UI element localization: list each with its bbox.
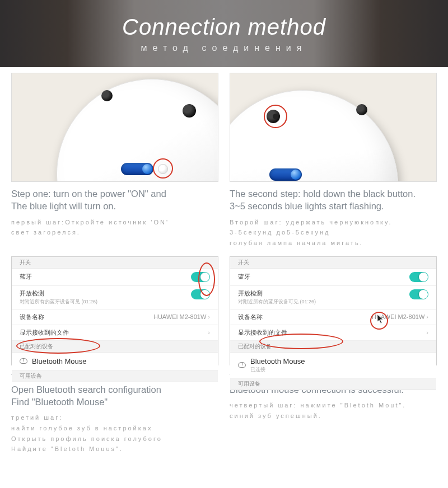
discoverable-row: 开放检测 对附近所有的蓝牙设备可见 (01:26) [230,286,436,309]
available-section-header: 可用设备 [230,378,436,390]
step2-caption-ru: Второй шаг: удержать чернуюкнопку. 3-5се… [230,217,437,248]
highlight-circle-icon [153,158,173,179]
bluetooth-label: 蓝牙 [238,273,250,281]
step1-photo [11,73,218,182]
mouse-icon [20,358,27,364]
step-2: The second step: hold down the black but… [230,73,437,248]
discoverable-sub: 对附近所有的蓝牙设备可见 (01:26) [238,298,316,306]
device-name-value: HUAWEI M2-801W [153,313,206,320]
highlight-circle-icon [370,312,388,330]
bt-mouse-label: Bluetooth Mouse [32,357,87,365]
step2-caption-en: The second step: hold down the black but… [230,187,437,213]
highlight-oval-icon [16,338,100,354]
step-1: Step one: turn on the power "ON" and The… [11,73,218,248]
device-name-label: 设备名称 [238,313,263,321]
toggle-on-icon [409,289,428,299]
settings-section-header: 开关 [12,257,218,269]
step2-photo [230,73,437,182]
step4-caption-ru: четвертый шаг: нажмите "Bletoth Mout". с… [230,400,437,421]
discoverable-label: 开放检测 [20,290,44,297]
bt-mouse-row: Bluetooth Mouse 已连接 [230,353,436,378]
chevron-right-icon: › [426,329,428,336]
mouse-underside [230,75,413,182]
available-section-header: 可用设备 [12,370,218,382]
highlight-circle-icon [264,105,287,128]
device-name-row: 设备名称 HUAWEI M2-801W › [12,309,218,325]
discoverable-sub: 对附近所有的蓝牙设备可见 (01:26) [20,298,97,306]
mouse-icon [238,362,246,368]
step-3: 开关 蓝牙 开放检测 对附近所有的蓝牙设备可见 (01:26) 设备名称 HUA… [11,256,218,455]
rubber-foot-icon [183,104,196,118]
step1-caption-ru: первый шаг:Откройте источник 'ON' свет з… [11,217,218,238]
bt-mouse-row: Bluetooth Mouse [12,353,218,370]
step1-caption-en: Step one: turn on the power "ON" and The… [11,187,218,213]
steps-grid: Step one: turn on the power "ON" and The… [0,67,448,454]
header-banner: Connection method метод соединения [0,0,448,67]
chevron-right-icon: › [426,313,428,320]
highlight-oval-icon [259,334,343,349]
step-4: 开关 蓝牙 开放检测 对附近所有的蓝牙设备可见 (01:26) 设备名称 HUA… [230,256,437,455]
toggle-on-icon [409,272,428,282]
bluetooth-row: 蓝牙 [230,269,436,286]
device-name-row: 设备名称 HUAWEI M2-801W › [230,309,436,325]
step3-screenshot: 开关 蓝牙 开放检测 对附近所有的蓝牙设备可见 (01:26) 设备名称 HUA… [11,256,218,365]
discoverable-row: 开放检测 对附近所有的蓝牙设备可见 (01:26) [12,286,218,309]
chevron-right-icon: › [208,313,210,320]
rubber-foot-icon [356,104,367,115]
highlight-oval-icon [198,262,215,296]
step4-screenshot: 开关 蓝牙 开放检测 对附近所有的蓝牙设备可见 (01:26) 设备名称 HUA… [230,256,437,365]
power-switch-icon [121,163,153,175]
received-files-label: 显示接收到的文件 [20,329,69,337]
power-switch-icon [269,168,302,181]
settings-section-header: 开关 [230,257,436,269]
discoverable-label: 开放检测 [238,290,263,297]
bluetooth-label: 蓝牙 [20,273,32,281]
step3-caption-ru: третий шаг: найти голубое зуб в настройк… [11,412,218,454]
rubber-foot-icon [101,90,113,101]
bluetooth-row: 蓝牙 [12,269,218,286]
page-title: Connection method [122,15,326,40]
device-name-label: 设备名称 [20,313,44,321]
page-subtitle: метод соединения [141,43,307,53]
bt-mouse-label: Bluetooth Mouse [250,357,305,365]
chevron-right-icon: › [208,329,210,336]
connected-label: 已连接 [250,366,305,373]
